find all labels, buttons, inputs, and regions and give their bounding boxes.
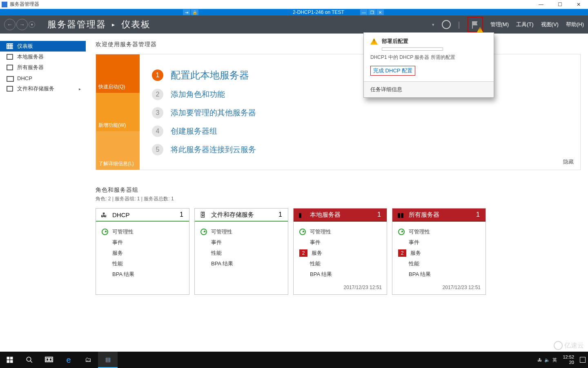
tile-row-services[interactable]: 服务 xyxy=(410,248,421,258)
nav-back-button[interactable]: ← xyxy=(4,19,16,30)
breadcrumb-root[interactable]: 服务器管理器 xyxy=(47,18,106,31)
tray-notifications-icon[interactable] xyxy=(580,357,586,363)
menu-tools[interactable]: 工具(T) xyxy=(516,21,534,28)
taskbar-taskview-button[interactable] xyxy=(39,352,59,368)
server-icon xyxy=(7,54,13,60)
tile-row-bpa[interactable]: BPA 结果 xyxy=(409,269,431,280)
watermark-text: 亿速云 xyxy=(564,341,584,350)
svg-rect-3 xyxy=(10,360,13,363)
tile-count: 1 xyxy=(278,211,282,218)
tile-row-manageability[interactable]: 可管理性 xyxy=(409,227,430,237)
dhcp-icon xyxy=(7,75,13,81)
step-create-group[interactable]: 创建服务器组 xyxy=(171,126,217,137)
tile-row-manageability[interactable]: 可管理性 xyxy=(211,227,232,237)
host-minimize-button[interactable]: ― xyxy=(532,0,550,9)
breadcrumb-page: 仪表板 xyxy=(121,18,151,31)
tile-row-events[interactable]: 事件 xyxy=(409,237,419,248)
tile-count: 1 xyxy=(377,211,381,218)
vm-lock-icon[interactable]: 🔒 xyxy=(191,9,198,15)
alert-badge: 2 xyxy=(398,249,406,257)
sidebar-item-dashboard[interactable]: 仪表板 xyxy=(0,41,86,52)
main-content: 欢迎使用服务器管理器 快速启动(Q) 新增功能(W) 了解详细信息(L) 1配置… xyxy=(86,34,588,352)
flag-icon xyxy=(471,20,479,29)
host-maximize-button[interactable]: ☐ xyxy=(550,0,569,9)
step-connect-cloud[interactable]: 将此服务器连接到云服务 xyxy=(171,144,256,155)
menu-help[interactable]: 帮助(H) xyxy=(566,21,584,28)
tile-row-events[interactable]: 事件 xyxy=(211,237,222,248)
header-dropdown-icon[interactable]: ▾ xyxy=(432,22,434,27)
flyout-task-details-link[interactable]: 任务详细信息 xyxy=(364,81,494,97)
tray-clock[interactable]: 12:52 20 xyxy=(559,355,577,365)
taskbar-server-manager-button[interactable]: ▤ xyxy=(98,352,118,368)
sidebar-item-all-servers[interactable]: 所有服务器 xyxy=(0,62,86,73)
tray-network-icon[interactable]: 🖧 xyxy=(537,357,542,362)
vm-pin-icon[interactable]: ⇥ xyxy=(183,9,190,15)
step-add-roles[interactable]: 添加角色和功能 xyxy=(171,89,225,100)
tile-row-services[interactable]: 服务 xyxy=(312,248,322,258)
tile-file-storage[interactable]: 🗄 文件和存储服务 1 可管理性 事件 性能 BPA 结果 xyxy=(194,208,288,295)
storage-icon: 🗄 xyxy=(200,211,206,218)
sidebar-item-local-server[interactable]: 本地服务器 xyxy=(0,52,86,62)
start-button[interactable] xyxy=(0,352,20,368)
tiles-row: 🖧 DHCP 1 可管理性 事件 服务 性能 BPA 结果 🗄 文件和存储服务 xyxy=(96,208,581,295)
svg-line-5 xyxy=(30,361,32,363)
tile-row-events[interactable]: 事件 xyxy=(112,237,123,248)
host-window-title: 服务器管理器 xyxy=(10,1,39,8)
nav-dropdown-button[interactable]: ▾ xyxy=(29,21,35,28)
tile-local-server[interactable]: ▮ 本地服务器 1 可管理性 事件 2服务 性能 BPA 结果 2017/12/… xyxy=(293,208,387,295)
nav-forward-button[interactable]: → xyxy=(16,19,28,30)
svg-rect-0 xyxy=(7,357,10,360)
taskbar-explorer-button[interactable]: 🗂 xyxy=(78,352,98,368)
flyout-title: 部署后配置 xyxy=(382,38,408,45)
tile-dhcp[interactable]: 🖧 DHCP 1 可管理性 事件 服务 性能 BPA 结果 xyxy=(96,208,189,295)
tile-row-bpa[interactable]: BPA 结果 xyxy=(112,269,134,280)
tile-row-performance[interactable]: 性能 xyxy=(409,258,419,269)
vm-close-button[interactable]: ✕ xyxy=(376,9,384,15)
tile-row-performance[interactable]: 性能 xyxy=(112,258,123,269)
complete-dhcp-config-link[interactable]: 完成 DHCP 配置 xyxy=(370,66,415,76)
tile-row-manageability[interactable]: 可管理性 xyxy=(112,227,134,237)
tile-row-performance[interactable]: 性能 xyxy=(310,258,321,269)
tile-footer xyxy=(96,282,189,294)
server-icon: ▮ xyxy=(298,211,305,218)
tile-title: 本地服务器 xyxy=(310,211,341,219)
tile-row-bpa[interactable]: BPA 结果 xyxy=(211,258,233,269)
tile-all-servers[interactable]: ▮▮ 所有服务器 1 可管理性 事件 2服务 性能 BPA 结果 2017/12… xyxy=(392,208,486,295)
tile-row-bpa[interactable]: BPA 结果 xyxy=(310,269,332,280)
dhcp-icon: 🖧 xyxy=(101,211,107,218)
taskbar-ie-button[interactable]: e xyxy=(59,352,78,368)
tile-row-manageability[interactable]: 可管理性 xyxy=(310,227,331,237)
tray-ime-indicator[interactable]: 英 xyxy=(552,357,557,363)
tile-row-performance[interactable]: 性能 xyxy=(211,248,222,258)
vm-minimize-button[interactable]: ― xyxy=(360,9,368,15)
host-close-button[interactable]: ✕ xyxy=(569,0,588,9)
tile-row-events[interactable]: 事件 xyxy=(310,237,321,248)
sidebar-label: DHCP xyxy=(17,75,32,81)
sidebar-item-file-storage[interactable]: 文件和存储服务 ▸ xyxy=(0,83,86,94)
hero-tab-learnmore[interactable]: 了解详细信息(L) xyxy=(96,131,140,170)
step-configure-local-server[interactable]: 配置此本地服务器 xyxy=(171,69,249,82)
notifications-flag-button[interactable] xyxy=(468,17,483,32)
tile-title: 文件和存储服务 xyxy=(211,211,254,219)
step-add-other-servers[interactable]: 添加要管理的其他服务器 xyxy=(171,108,256,118)
notification-flyout: 部署后配置 DHCP1 中的 DHCP 服务器 所需的配置 完成 DHCP 配置… xyxy=(363,32,494,98)
sidebar-label: 本地服务器 xyxy=(17,53,44,61)
menu-manage[interactable]: 管理(M) xyxy=(490,21,509,28)
hero-tab-whatsnew[interactable]: 新增功能(W) xyxy=(96,93,140,131)
windows-icon xyxy=(6,356,13,364)
clock-date: 20 xyxy=(563,360,574,365)
tile-row-services[interactable]: 服务 xyxy=(112,248,123,258)
status-up-icon xyxy=(398,229,405,235)
menu-view[interactable]: 视图(V) xyxy=(541,21,559,28)
hero-tab-quickstart[interactable]: 快速启动(Q) xyxy=(96,54,140,93)
welcome-heading: 欢迎使用服务器管理器 xyxy=(96,41,581,48)
taskbar-search-button[interactable] xyxy=(20,352,39,368)
tray-volume-icon[interactable]: 🔈 xyxy=(544,357,550,363)
refresh-icon[interactable] xyxy=(442,20,451,29)
vm-restore-button[interactable]: ❐ xyxy=(368,9,376,15)
svg-point-4 xyxy=(27,357,31,361)
sidebar-item-dhcp[interactable]: DHCP xyxy=(0,73,86,83)
hero-hide-link[interactable]: 隐藏 xyxy=(563,158,574,166)
storage-icon xyxy=(7,86,13,92)
svg-rect-7 xyxy=(46,358,49,361)
